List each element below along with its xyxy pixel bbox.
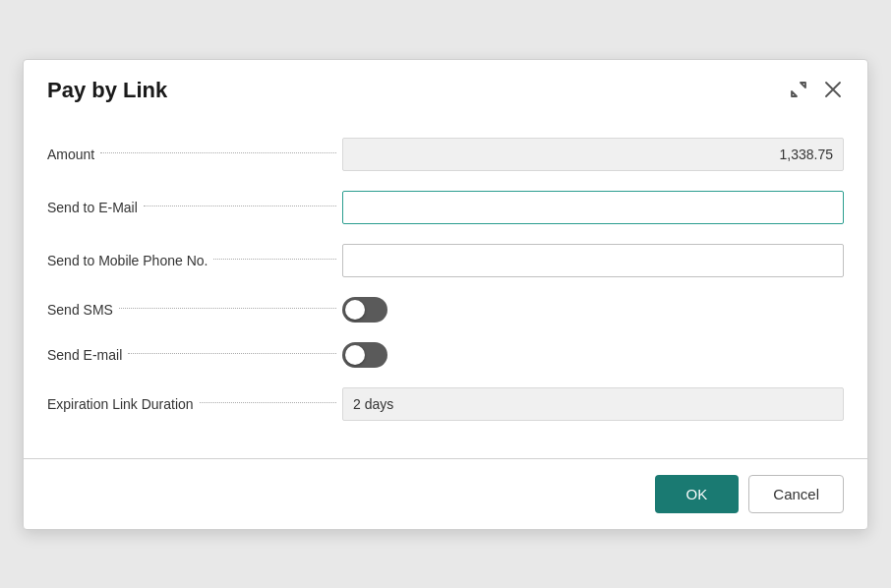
sms-toggle-bg[interactable] xyxy=(342,297,387,323)
dialog-body: Amount 1,338.75 Send to E-Mail xyxy=(24,118,867,450)
dots-sms xyxy=(119,308,336,309)
email-row: Send to E-Mail xyxy=(47,181,844,234)
header-icons xyxy=(787,78,844,104)
expiration-value: 2 days xyxy=(342,387,844,421)
pay-by-link-dialog: Pay by Link Amount xyxy=(23,59,868,530)
amount-field: 1,338.75 xyxy=(342,138,844,171)
dialog-footer: OK Cancel xyxy=(24,459,867,529)
sms-toggle-knob xyxy=(345,300,365,320)
phone-label: Send to Mobile Phone No. xyxy=(47,253,342,268)
phone-field[interactable] xyxy=(342,244,844,277)
dialog-title: Pay by Link xyxy=(47,78,167,103)
email-toggle-knob xyxy=(345,345,365,365)
email-input[interactable] xyxy=(342,191,844,224)
email-toggle-row: Send E-mail xyxy=(47,332,844,378)
dots-expiration xyxy=(200,402,336,403)
sms-toggle-container[interactable] xyxy=(342,297,844,323)
amount-label: Amount xyxy=(47,147,342,162)
dots-phone xyxy=(213,259,336,260)
sms-toggle-field xyxy=(342,297,844,323)
expiration-label: Expiration Link Duration xyxy=(47,396,342,412)
dots-amount xyxy=(100,152,336,153)
phone-input[interactable] xyxy=(342,244,844,277)
email-toggle[interactable] xyxy=(342,342,387,368)
ok-button[interactable]: OK xyxy=(655,475,740,513)
dots-email xyxy=(144,206,336,206)
dots-email-toggle xyxy=(128,353,336,354)
sms-label: Send SMS xyxy=(47,302,342,318)
email-field[interactable] xyxy=(342,191,844,224)
email-toggle-bg[interactable] xyxy=(342,342,387,368)
email-toggle-field xyxy=(342,342,844,368)
amount-value: 1,338.75 xyxy=(342,138,844,171)
expand-icon[interactable] xyxy=(787,78,810,104)
cancel-button[interactable]: Cancel xyxy=(748,475,844,513)
sms-row: Send SMS xyxy=(47,287,844,332)
amount-row: Amount 1,338.75 xyxy=(47,128,844,181)
dialog-header: Pay by Link xyxy=(24,60,867,118)
expiration-field: 2 days xyxy=(342,387,844,421)
sms-toggle[interactable] xyxy=(342,297,387,323)
phone-row: Send to Mobile Phone No. xyxy=(47,234,844,287)
close-icon[interactable] xyxy=(822,79,844,103)
email-toggle-container[interactable] xyxy=(342,342,844,368)
dialog-overlay: Pay by Link Amount xyxy=(0,0,891,588)
email-toggle-label: Send E-mail xyxy=(47,347,342,363)
email-label: Send to E-Mail xyxy=(47,200,342,215)
expiration-row: Expiration Link Duration 2 days xyxy=(47,378,844,431)
